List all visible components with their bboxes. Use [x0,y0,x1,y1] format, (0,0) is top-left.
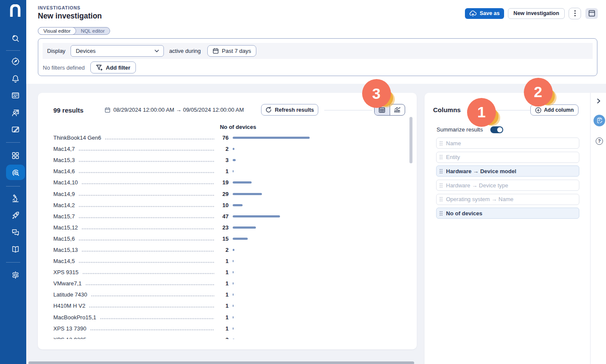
content-area: 99 results 08/29/2024 12:00:00 AM → 09/0… [26,84,606,364]
chart-row-leader [86,284,214,285]
sidebar-item-search-sparkle[interactable] [6,31,25,46]
sidebar-item-apps-grid[interactable] [6,148,25,163]
sidebar-item-dashboard[interactable] [6,88,25,103]
chart-view-button[interactable] [390,104,405,115]
chart-row-bar [233,137,310,139]
page-header: INVESTIGATIONS New investigation Save as… [26,0,606,84]
chart-row-label: VMware7,1 [53,280,82,287]
chart-row-bar [233,339,235,339]
chart-row-bar-area [229,137,417,139]
toggle-knob [497,127,502,132]
chart-row-bar [233,193,262,195]
chart-row-label: Mac14,9 [53,191,75,197]
column-chip[interactable]: Hardware → Device model [436,165,579,177]
chart-row-value: 1 [216,314,229,321]
chevron-down-icon [154,49,159,52]
chart-row-value: 1 [216,303,229,309]
sidebar-item-compass[interactable] [6,54,25,69]
chart-row-leader [89,306,214,308]
toggle-panel-button[interactable] [585,8,598,19]
chart-row-value: 47 [216,213,229,220]
chart-row-value: 23 [216,224,229,231]
drag-handle-icon [440,183,443,188]
query-display-row: Display Devices active during Past 7 day… [43,43,593,59]
query-builder-panel: Display Devices active during Past 7 day… [38,38,597,76]
chart-row-value: 1 [216,280,229,287]
chart-row: Mac14,1019 [38,177,417,188]
book-icon [11,245,20,254]
chart-row-label: Mac14,6 [53,168,75,174]
plus-circle-icon [535,107,541,113]
chart-row-bar-area [229,215,417,217]
chart-row-value: 2 [216,336,229,339]
time-range-button[interactable]: Past 7 days [207,45,256,57]
chart-row-value: 10 [216,202,229,208]
chart-row-leader [79,262,214,263]
sidebar-item-microscope[interactable] [6,191,25,206]
date-range-text: 08/29/2024 12:00:00 AM → 09/05/2024 12:0… [114,107,244,113]
sidebar-item-rocket[interactable] [6,208,25,223]
active-during-label: active during [169,48,201,54]
column-chip[interactable]: No of devices [436,208,579,219]
chart-row-bar-area [229,181,417,184]
sidebar-item-gear[interactable] [6,267,25,283]
chart-row-bar [233,305,234,307]
investigations-icon [11,168,21,177]
chart-row-leader [79,206,214,207]
tab-nql-editor[interactable]: NQL editor [76,27,110,35]
sidebar-item-investigations[interactable] [6,165,25,180]
sidebar-item-card-edit[interactable] [6,122,25,137]
chart-row-bar-area [229,148,417,150]
help-button[interactable]: ? [596,138,603,145]
save-as-button[interactable]: Save as [465,8,504,19]
chart-row-bar-area [229,294,417,296]
chart-row-value: 19 [216,179,229,186]
column-chip[interactable]: Entity [436,152,579,163]
column-chip[interactable]: Name [436,138,579,149]
chart-row: XPS 93151 [38,267,417,278]
tab-visual-editor[interactable]: Visual editor [38,27,76,35]
display-select[interactable]: Devices [71,45,164,57]
chart-row-label: XPS 9315 [53,269,79,275]
sidebar-item-chat[interactable] [6,225,25,240]
chart-row-bar-area [229,238,417,240]
chart-row-bar [233,327,234,330]
horizontal-scrollbar[interactable] [28,361,414,364]
chart-row-value: 2 [216,146,229,152]
results-count: 99 results [53,107,83,114]
header-actions: Save as New investigation [465,7,598,19]
card-edit-icon [11,125,20,134]
collapse-panel-button[interactable] [596,98,602,104]
chart-row-leader [79,161,214,162]
chart-row: H410M H V21 [38,300,417,312]
chart-row-leader [82,228,214,229]
sidebar [0,0,26,364]
time-range-label: Past 7 days [222,48,251,54]
nexthink-logo[interactable] [4,3,26,18]
add-filter-button[interactable]: Add filter [90,61,136,73]
new-investigation-button[interactable]: New investigation [508,8,565,19]
new-investigation-label: New investigation [514,10,559,16]
notes-button[interactable] [594,115,605,126]
help-question-mark: ? [598,138,600,144]
breadcrumb: INVESTIGATIONS [38,5,80,10]
chart-row-label: H410M H V2 [53,303,85,309]
column-chip[interactable]: Hardware → Device type [436,180,579,191]
results-card: 99 results 08/29/2024 12:00:00 AM → 09/0… [38,93,417,349]
chart-row-label: XPS 13 7390 [53,325,86,332]
chart-row-value: 2 [216,247,229,253]
more-actions-button[interactable] [569,8,581,19]
sidebar-item-book[interactable] [6,242,25,257]
sidebar-item-bell[interactable] [6,71,25,86]
column-chip[interactable]: Operating system → Name [436,194,579,205]
chart-rows: ThinkBook14 Gen676Mac14,72Mac15,33Mac14,… [38,132,417,339]
chart-row-bar-area [229,339,417,339]
chart-row-value: 1 [216,291,229,298]
column-chip-label: Operating system → Name [446,196,514,202]
sidebar-item-person-board[interactable] [6,105,25,120]
chart-row: Mac14,61 [38,166,417,177]
refresh-results-button[interactable]: Refresh results [261,104,318,116]
chart-row-label: XPS 13 9305 [53,336,86,339]
summarize-results-toggle[interactable] [490,126,503,133]
chart-row-bar [233,215,280,217]
